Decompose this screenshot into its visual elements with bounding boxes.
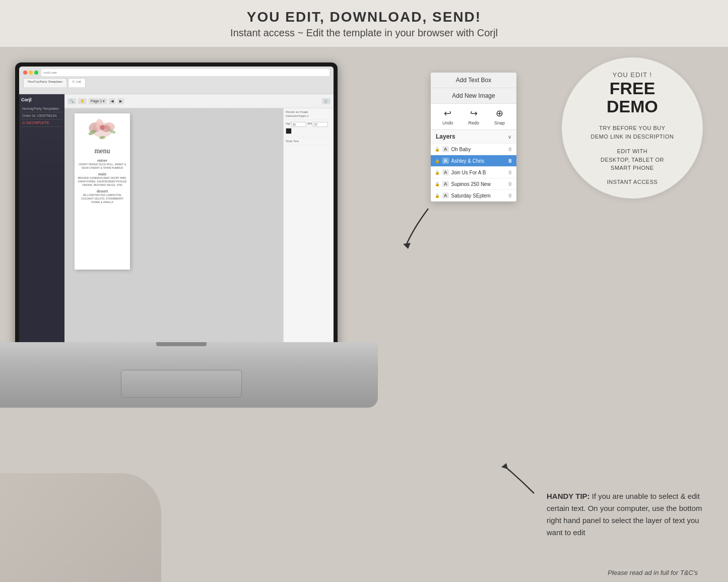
- browser-window-controls: [23, 71, 38, 75]
- layer-name-ashley-chris: Ashley & Chris: [451, 158, 506, 164]
- toolbar-nav-prev[interactable]: ◀: [109, 98, 115, 104]
- layer-item[interactable]: 🔒 A Join Us For A B 🗑: [431, 167, 516, 178]
- tab-1[interactable]: Noo©ayParty Templates: [23, 78, 67, 87]
- layer-name-join-us: Join Us For A B: [451, 170, 506, 175]
- laptop-mockup: corjl.com Noo©ayParty Templates C | cil …: [0, 62, 378, 491]
- laptop-screen: corjl.com Noo©ayParty Templates C | cil …: [15, 62, 338, 355]
- browser-tabs: Noo©ayParty Templates C | cil: [23, 78, 329, 87]
- layers-title: Layers: [436, 133, 455, 140]
- undo-icon: ↩: [444, 108, 451, 119]
- layers-panel: Layers ∨ 🔒 A Oh Baby 🗑 🔒 A Ashley & Chri…: [431, 130, 516, 202]
- main-headline: YOU EDIT, DOWNLOAD, SEND!: [0, 9, 728, 25]
- handy-tip-container: HANDY TIP: If you are unable to select &…: [547, 490, 703, 539]
- layer-lock-icon: 🔒: [435, 170, 440, 175]
- arrow-to-panel: [398, 204, 438, 254]
- color-swatch[interactable]: [286, 128, 292, 134]
- minimize-dot[interactable]: [29, 71, 33, 75]
- snap-icon: ⊕: [496, 108, 503, 119]
- demo-you-edit-text: YOU EDIT !: [613, 71, 652, 79]
- panel-style: Style Text: [286, 140, 332, 145]
- panel-actions-row: ↩ Undo ↪ Redo ⊕ Snap: [431, 104, 516, 130]
- corjl-sidebar: Corjl NoorayParty Templates Order Id: 15…: [19, 94, 64, 351]
- demo-instant-text: INSTANT ACCESS: [607, 179, 658, 185]
- toolbar-nav-next[interactable]: ▶: [117, 98, 124, 104]
- layer-delete-icon[interactable]: 🗑: [508, 170, 512, 175]
- tab-2[interactable]: C | cil: [68, 78, 86, 87]
- layer-name-oh-baby: Oh Baby: [451, 147, 506, 152]
- menu-title: menu: [94, 147, 110, 155]
- corjl-toolbar: 🔍 ✋ Page 1 ▾ ◀ ▶ 🛒: [64, 94, 334, 108]
- layer-type-badge: A: [442, 146, 449, 152]
- layer-type-badge: A: [442, 181, 449, 187]
- menu-entree-items: CRISPY PEKING DUCK ROLL, SWEET & SOUR CH…: [78, 163, 127, 170]
- snap-label: Snap: [494, 120, 505, 125]
- toolbar-page: Page 1 ▾: [89, 98, 107, 104]
- maximize-dot[interactable]: [34, 71, 38, 75]
- layer-lock-icon: 🔒: [435, 147, 440, 152]
- toolbar-orders[interactable]: 🛒: [322, 98, 330, 104]
- corjl-properties-panel: Resize as Image Subtracted Region ▾ Hgt …: [283, 108, 334, 351]
- layer-delete-icon[interactable]: 🗑: [508, 147, 512, 152]
- handy-tip-label: HANDY TIP:: [547, 492, 590, 500]
- sidebar-incomplete: ⊙ INCOMPLETE: [21, 119, 62, 127]
- layer-type-badge: A: [442, 158, 449, 164]
- browser-chrome: corjl.com Noo©ayParty Templates C | cil: [19, 67, 334, 94]
- laptop-trackpad: [121, 370, 242, 398]
- layer-delete-icon[interactable]: 🗑: [508, 181, 512, 186]
- sidebar-order: Order Id: 1509758194: [21, 112, 62, 119]
- layer-lock-icon: 🔒: [435, 159, 440, 163]
- toolbar-move[interactable]: ✋: [78, 98, 87, 104]
- layer-delete-icon[interactable]: 🗑: [508, 193, 512, 198]
- svg-marker-9: [403, 243, 411, 249]
- menu-main-items: BRAISED GUINNESS BEEF SHORT RIBS, ONION …: [78, 176, 127, 187]
- redo-label: Redo: [468, 120, 479, 125]
- height-input[interactable]: [291, 122, 306, 127]
- floral-decoration: [85, 117, 120, 145]
- panel-resize: Resize as Image Subtracted Region ▾: [286, 110, 332, 120]
- layer-delete-icon[interactable]: 🗑: [508, 158, 512, 163]
- undo-label: Undo: [442, 120, 453, 125]
- layer-type-badge: A: [442, 169, 449, 175]
- url-bar[interactable]: corjl.com: [41, 69, 329, 76]
- add-text-box-button[interactable]: Add Text Box: [431, 73, 516, 88]
- redo-button[interactable]: ↪ Redo: [468, 108, 479, 125]
- layer-item[interactable]: 🔒 A Supinos 250 New 🗑: [431, 178, 516, 190]
- corjl-logo: Corjl: [21, 97, 62, 102]
- layer-lock-icon: 🔒: [435, 182, 440, 186]
- floating-corjl-panel: Add Text Box Add New Image ↩ Undo ↪ Redo…: [431, 73, 516, 202]
- layer-name-supinos: Supinos 250 New: [451, 181, 506, 187]
- menu-dessert-items: DE-CONSTRICTED LAMINGTON, COCONUT GELATO…: [78, 193, 127, 204]
- add-new-image-button[interactable]: Add New Image: [431, 88, 516, 104]
- demo-edit-text: EDIT WITH DESKTOP, TABLET OR SMART PHONE: [601, 147, 664, 172]
- snap-button[interactable]: ⊕ Snap: [494, 108, 505, 125]
- demo-try-text: TRY BEFORE YOU BUY DEMO LINK IN DESCRIPT…: [591, 124, 674, 141]
- screen-inner: corjl.com Noo©ayParty Templates C | cil …: [19, 67, 334, 351]
- layer-lock-icon: 🔒: [435, 193, 440, 198]
- sidebar-templates[interactable]: NoorayParty Templates: [21, 105, 62, 112]
- laptop-notch: [156, 342, 207, 346]
- layer-item-highlighted[interactable]: 🔒 A Ashley & Chris 🗑: [431, 155, 516, 167]
- undo-button[interactable]: ↩ Undo: [442, 108, 453, 125]
- width-input[interactable]: [313, 122, 328, 127]
- layer-item[interactable]: 🔒 A Oh Baby 🗑: [431, 144, 516, 155]
- layer-item[interactable]: 🔒 A Saturday SEptem 🗑: [431, 190, 516, 202]
- layer-name-saturday: Saturday SEptem: [451, 193, 506, 199]
- close-dot[interactable]: [23, 71, 27, 75]
- menu-dessert-title: dessert: [97, 189, 108, 193]
- corjl-editor: Corjl NoorayParty Templates Order Id: 15…: [19, 94, 334, 351]
- top-banner: YOU EDIT, DOWNLOAD, SEND! Instant access…: [0, 0, 728, 47]
- menu-entree-title: entree: [97, 158, 107, 163]
- demo-demo-text: DEMO: [607, 98, 658, 115]
- hand-decoration: [0, 473, 161, 582]
- demo-free-text: FREE: [610, 80, 655, 97]
- layers-toggle-button[interactable]: ∨: [508, 134, 511, 140]
- footer-text: Please read ad in full for T&C's: [608, 569, 698, 576]
- corjl-content: menu entree CRISPY PEKING DUCK ROLL, SWE…: [64, 108, 334, 351]
- panel-dimensions: Hgt Wd: [286, 122, 332, 138]
- sub-headline: Instant access ~ Edit the template in yo…: [0, 27, 728, 39]
- corjl-main: 🔍 ✋ Page 1 ▾ ◀ ▶ 🛒: [64, 94, 334, 351]
- menu-design-card: menu entree CRISPY PEKING DUCK ROLL, SWE…: [75, 113, 130, 270]
- redo-icon: ↪: [470, 108, 478, 119]
- svg-marker-10: [501, 463, 508, 469]
- toolbar-zoom[interactable]: 🔍: [68, 98, 76, 104]
